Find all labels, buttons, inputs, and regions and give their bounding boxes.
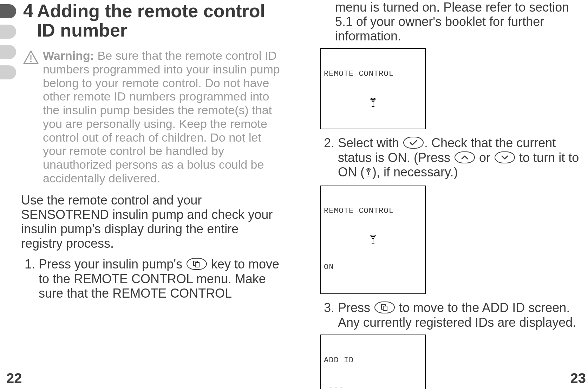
antenna-icon — [369, 235, 377, 244]
menu-key-icon — [187, 258, 207, 270]
warning-icon — [23, 50, 39, 64]
svg-point-7 — [367, 170, 369, 172]
svg-rect-14 — [383, 306, 387, 311]
lcd-title: ADD ID — [324, 356, 422, 365]
step-number: 2. — [320, 136, 334, 181]
warning-block: Warning: Be sure that the remote control… — [23, 49, 282, 185]
step-text: Press — [338, 300, 374, 315]
page-spread: 4 Adding the remote control ID number Wa… — [0, 0, 588, 389]
side-tab — [0, 45, 16, 59]
lcd-remote-control-on: REMOTE CONTROL ON — [320, 186, 426, 294]
section-title: Adding the remote control ID number — [37, 1, 282, 40]
lcd-row: --- — [324, 384, 422, 389]
step-text: Select with — [338, 136, 403, 150]
side-tab — [0, 65, 16, 79]
step-1: 1. Press your insulin pump's key to move… — [21, 257, 282, 301]
intro-paragraph: Use the remote control and your SENSOTRE… — [21, 193, 282, 251]
up-key-icon — [455, 151, 475, 163]
page-number-left: 22 — [6, 370, 22, 386]
step-number: 1. — [21, 257, 35, 301]
warning-text: Warning: Be sure that the remote control… — [43, 49, 282, 185]
step-text: or — [476, 150, 494, 165]
lcd-title: REMOTE CONTROL — [324, 70, 422, 79]
lcd-add-id: ADD ID --- --- --- — [320, 335, 426, 389]
step-text: Press your insulin pump's — [39, 257, 186, 271]
page-left: 4 Adding the remote control ID number Wa… — [0, 0, 296, 389]
check-key-icon — [403, 137, 424, 149]
section-heading: 4 Adding the remote control ID number — [23, 1, 282, 40]
side-tab — [0, 25, 16, 39]
lcd-remote-control: REMOTE CONTROL — [320, 48, 426, 129]
antenna-icon — [365, 165, 372, 180]
lcd-antenna-row — [324, 235, 422, 244]
continuation-paragraph: menu is turned on. Please refer to secti… — [335, 0, 581, 43]
warning-label: Warning: — [43, 49, 94, 62]
antenna-icon — [369, 98, 377, 107]
svg-point-4 — [372, 100, 374, 102]
page-right: menu is turned on. Please refer to secti… — [296, 0, 588, 389]
section-number: 4 — [23, 1, 33, 20]
down-key-icon — [495, 151, 515, 163]
svg-point-1 — [30, 61, 32, 62]
svg-point-10 — [372, 236, 374, 239]
step-body: Press your insulin pump's key to move to… — [39, 257, 282, 301]
step-2: 2. Select with . Check that the current … — [320, 136, 581, 181]
warning-body-text: Be sure that the remote control ID numbe… — [43, 49, 280, 185]
menu-key-icon — [374, 302, 395, 313]
step-body: Press to move to the ADD ID screen. Any … — [338, 300, 581, 330]
lcd-status: ON — [324, 263, 422, 272]
step-text: ), if necessary.) — [372, 165, 458, 179]
lcd-title: REMOTE CONTROL — [324, 207, 422, 216]
side-tab-active — [0, 4, 16, 18]
step-number: 3. — [320, 300, 334, 330]
svg-rect-3 — [195, 262, 199, 267]
step-3: 3. Press to move to the ADD ID screen. A… — [320, 300, 581, 330]
page-number-right: 23 — [570, 370, 586, 386]
step-body: Select with . Check that the current sta… — [338, 136, 581, 181]
side-tabs — [0, 4, 16, 79]
